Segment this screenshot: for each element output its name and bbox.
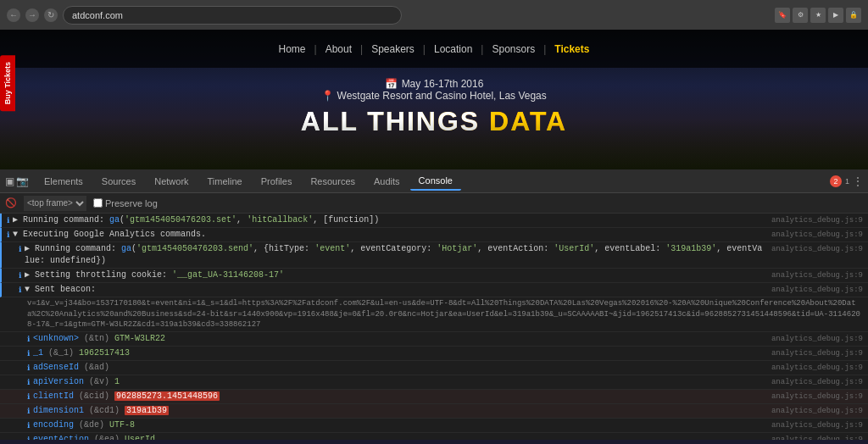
info-icon: ℹ bbox=[27, 364, 30, 373]
hero-location: 📍 Westgate Resort and Casino Hotel, Las … bbox=[321, 90, 547, 102]
log-row-adsenseid: ℹ adSenseId (&ad) analytics_debug.js:9 bbox=[0, 361, 868, 375]
info-icon: ℹ bbox=[27, 407, 30, 416]
log-line: v=1&v_v=j34&bo=1537170180&t=event&ni=1&_… bbox=[0, 297, 868, 332]
log-line: ℹ ▼ Executing Google Analytics commands.… bbox=[0, 228, 868, 242]
buy-tickets-tab[interactable]: Buy Tickets bbox=[0, 55, 15, 111]
info-icon: ℹ bbox=[19, 271, 21, 280]
nav-home[interactable]: Home bbox=[270, 43, 314, 55]
info-icon: ℹ bbox=[27, 378, 30, 387]
nav-tickets[interactable]: Tickets bbox=[546, 43, 598, 55]
hero-section: Home | About | Speakers | Location | Spo… bbox=[0, 30, 868, 169]
info-icon: ℹ bbox=[27, 349, 30, 358]
tab-console[interactable]: Console bbox=[410, 172, 461, 191]
back-button[interactable]: ← bbox=[7, 8, 20, 22]
log-row-1: ℹ _1 (&_1) 1962517413 analytics_debug.js… bbox=[0, 347, 868, 361]
url-bar[interactable]: atdconf.com bbox=[63, 6, 402, 25]
hero-date: 📅 May 16-17th 2016 bbox=[385, 78, 484, 90]
clear-console-icon[interactable]: 🚫 bbox=[5, 197, 17, 208]
log-row-unknown: ℹ <unknown> (&tn) GTM-W3LR22 analytics_d… bbox=[0, 332, 868, 347]
devtools-device-icon[interactable]: 📷 bbox=[16, 175, 29, 187]
nav-speakers[interactable]: Speakers bbox=[363, 43, 423, 55]
ext-icon-3: ★ bbox=[810, 8, 826, 23]
ext-icon-1: 🔖 bbox=[775, 8, 790, 23]
frame-selector[interactable]: <top frame> bbox=[24, 196, 86, 211]
refresh-button[interactable]: ↻ bbox=[44, 8, 58, 22]
log-line: ℹ ▶ Running command: ga('gtm145405047620… bbox=[0, 214, 868, 228]
tab-sources[interactable]: Sources bbox=[93, 173, 144, 190]
error-count-badge: 2 bbox=[830, 175, 842, 187]
console-content[interactable]: ℹ ▶ Running command: ga('gtm145405047620… bbox=[0, 214, 868, 440]
nav-about[interactable]: About bbox=[317, 43, 360, 55]
info-icon: ℹ bbox=[19, 245, 21, 254]
pin-icon: 📍 bbox=[321, 90, 334, 102]
info-icon: ℹ bbox=[19, 286, 21, 295]
log-row-encoding: ℹ encoding (&de) UTF-8 analytics_debug.j… bbox=[0, 419, 868, 433]
browser-extensions: 🔖 ⚙ ★ ▶ 🔒 bbox=[775, 8, 861, 23]
preserve-log-label: Preserve log bbox=[93, 198, 158, 208]
info-icon: ℹ bbox=[27, 392, 30, 402]
log-line: ℹ ▶ Setting throttling cookie: '__gat_UA… bbox=[0, 269, 868, 283]
log-line: ℹ ▼ Sent beacon: analytics_debug.js:9 bbox=[0, 283, 868, 297]
preserve-log-checkbox[interactable] bbox=[93, 198, 103, 208]
site-nav: Home | About | Speakers | Location | Spo… bbox=[0, 30, 868, 68]
info-icon: ℹ bbox=[27, 421, 30, 430]
tab-timeline[interactable]: Timeline bbox=[199, 173, 251, 190]
ext-icon-5: 🔒 bbox=[846, 8, 861, 23]
nav-location[interactable]: Location bbox=[426, 43, 481, 55]
log-line: ℹ ▶ Running command: ga('gtm145405047620… bbox=[0, 242, 868, 269]
devtools-top-right: 2 1 ⋮ bbox=[830, 175, 863, 187]
devtools-toolbar: ▣ 📷 Elements Sources Network Timeline Pr… bbox=[0, 169, 868, 193]
tab-resources[interactable]: Resources bbox=[302, 173, 364, 190]
tab-audits[interactable]: Audits bbox=[365, 173, 409, 190]
info-icon: ℹ bbox=[7, 230, 9, 240]
devtools-sub-toolbar: 🚫 <top frame> Preserve log bbox=[0, 193, 868, 214]
devtools-panel: ▣ 📷 Elements Sources Network Timeline Pr… bbox=[0, 169, 868, 440]
url-text: atdconf.com bbox=[72, 10, 123, 20]
forward-button[interactable]: → bbox=[25, 8, 39, 22]
log-row-eventaction: ℹ eventAction (&ea) UserId analytics_deb… bbox=[0, 433, 868, 440]
info-icon: ℹ bbox=[7, 216, 9, 225]
devtools-settings-icon[interactable]: ⋮ bbox=[853, 175, 863, 187]
nav-sponsors[interactable]: Sponsors bbox=[483, 43, 543, 55]
info-icon: ℹ bbox=[27, 335, 30, 344]
browser-chrome: ← → ↻ atdconf.com 🔖 ⚙ ★ ▶ 🔒 bbox=[0, 0, 868, 30]
devtools-inspect-icon[interactable]: ▣ bbox=[5, 175, 14, 187]
log-row-dimension1: ℹ dimension1 (&cd1) 319a1b39 analytics_d… bbox=[0, 404, 868, 419]
crowd-overlay bbox=[0, 119, 868, 169]
tab-network[interactable]: Network bbox=[146, 173, 197, 190]
tab-elements[interactable]: Elements bbox=[36, 173, 92, 190]
log-row-apiversion: ℹ apiVersion (&v) 1 analytics_debug.js:9 bbox=[0, 375, 868, 390]
log-row-clientid: ℹ clientId (&cid) 962885273.1451448596 a… bbox=[0, 390, 868, 404]
ext-icon-2: ⚙ bbox=[793, 8, 808, 23]
ext-icon-4: ▶ bbox=[828, 8, 843, 23]
tab-profiles[interactable]: Profiles bbox=[253, 173, 301, 190]
info-icon: ℹ bbox=[27, 436, 30, 440]
calendar-icon: 📅 bbox=[385, 78, 398, 90]
